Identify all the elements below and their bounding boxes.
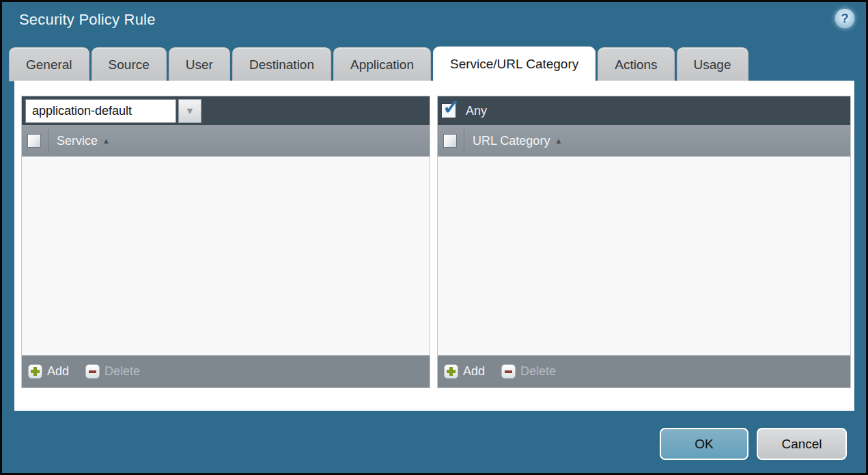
- cancel-button[interactable]: Cancel: [757, 428, 847, 460]
- service-toolbar: application-default ▼: [22, 96, 430, 125]
- plus-icon: [28, 364, 42, 379]
- service-actions-bar: Add Delete: [22, 355, 430, 388]
- delete-url-category-label: Delete: [520, 364, 556, 379]
- dialog-title: Security Policy Rule: [19, 11, 156, 29]
- service-table-body: [22, 157, 430, 355]
- url-category-table-body: [438, 157, 850, 355]
- url-category-actions-bar: Add Delete: [438, 355, 850, 388]
- minus-icon: [501, 364, 516, 379]
- tab-destination[interactable]: Destination: [232, 47, 331, 81]
- plus-icon: [444, 364, 458, 379]
- url-category-table-header: URL Category ▲: [438, 125, 850, 157]
- any-checkbox[interactable]: ✓: [441, 103, 456, 118]
- service-select-all-checkbox[interactable]: [27, 134, 41, 148]
- delete-service-button[interactable]: Delete: [85, 364, 140, 379]
- add-service-button[interactable]: Add: [28, 364, 69, 379]
- dialog-content: application-default ▼ Service ▲ Add: [14, 81, 854, 411]
- delete-service-label: Delete: [104, 364, 140, 379]
- add-service-label: Add: [47, 364, 69, 379]
- chevron-down-icon: ▼: [185, 106, 195, 116]
- url-category-column-label[interactable]: URL Category: [473, 134, 550, 148]
- sort-ascending-icon[interactable]: ▲: [102, 137, 110, 145]
- tab-source[interactable]: Source: [92, 47, 167, 81]
- tab-general[interactable]: General: [9, 47, 89, 81]
- help-glyph: ?: [841, 12, 849, 25]
- url-category-toolbar: ✓ Any: [438, 96, 850, 125]
- column-divider: [48, 129, 48, 152]
- tab-user[interactable]: User: [169, 47, 230, 81]
- tab-application[interactable]: Application: [333, 47, 431, 81]
- service-column-label[interactable]: Service: [57, 134, 98, 148]
- tab-bar: General Source User Destination Applicat…: [9, 46, 748, 81]
- sort-ascending-icon[interactable]: ▲: [555, 137, 562, 145]
- add-url-category-button[interactable]: Add: [444, 364, 485, 379]
- tab-usage[interactable]: Usage: [677, 47, 748, 81]
- add-url-category-label: Add: [463, 364, 485, 379]
- url-category-panel: ✓ Any URL Category ▲ Add Delete: [437, 96, 851, 388]
- service-type-dropdown[interactable]: application-default ▼: [25, 99, 201, 123]
- service-panel: application-default ▼ Service ▲ Add: [21, 96, 430, 388]
- checkmark-icon: ✓: [443, 95, 460, 119]
- service-table-header: Service ▲: [22, 125, 430, 157]
- tab-actions[interactable]: Actions: [598, 47, 674, 81]
- tab-service-url-category[interactable]: Service/URL Category: [433, 46, 596, 81]
- url-category-select-all-checkbox[interactable]: [443, 134, 457, 148]
- minus-icon: [85, 364, 100, 379]
- security-policy-rule-dialog: Security Policy Rule ? General Source Us…: [0, 0, 868, 475]
- service-type-dropdown-button[interactable]: ▼: [178, 99, 201, 123]
- delete-url-category-button[interactable]: Delete: [501, 364, 556, 379]
- column-divider: [464, 129, 464, 152]
- service-type-dropdown-value[interactable]: application-default: [25, 99, 176, 123]
- help-icon[interactable]: ?: [835, 9, 854, 28]
- ok-button[interactable]: OK: [660, 428, 748, 460]
- any-checkbox-label[interactable]: Any: [466, 104, 487, 118]
